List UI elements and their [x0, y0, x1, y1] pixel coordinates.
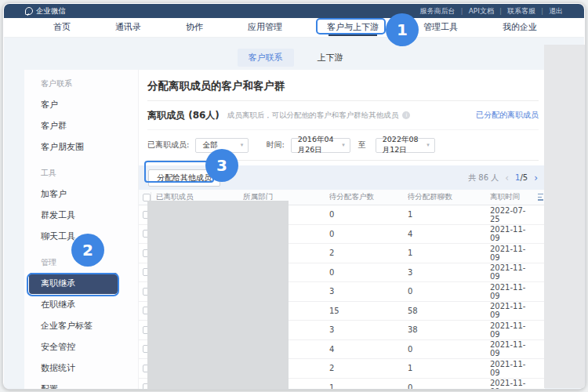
topbar-link-0[interactable]: 服务商后台	[420, 6, 456, 16]
assigned-members-link[interactable]: 已分配的离职成员	[476, 110, 539, 121]
pagination: 共 86 人 ‹ 1/5 ›	[468, 172, 538, 183]
cell-groupchats: 38	[408, 325, 490, 334]
scope-tabs: 客户联系上下游	[4, 38, 584, 67]
topbar-link-2[interactable]: 联系客服	[507, 6, 535, 16]
cell-groupchats: 58	[408, 307, 490, 315]
info-icon: i	[402, 111, 410, 119]
cell-groupchats: 0	[408, 383, 490, 389]
col-header-leavedate[interactable]: 离职时间	[490, 192, 533, 202]
cell-groupchats: 0	[408, 287, 490, 296]
sidebar-item-0-1[interactable]: 客户群	[24, 115, 138, 136]
cell-leavedate: 2021-11-09	[490, 225, 533, 242]
cell-groupchats: 1	[408, 249, 490, 257]
redaction-block-names	[147, 201, 289, 390]
date-range-to-label: 至	[358, 140, 366, 151]
cell-customers: 15	[329, 307, 408, 315]
sidebar-item-1-0[interactable]: 加客户	[24, 183, 138, 205]
step-badge-3: 3	[205, 149, 238, 182]
cell-customers: 2	[329, 364, 408, 372]
sidebar-item-2-1[interactable]: 在职继承	[24, 294, 138, 315]
col-header-groupchats[interactable]: 待分配群聊数	[408, 192, 490, 202]
cell-groupchats: 4	[408, 230, 490, 238]
date-to-select[interactable]: 2022年08月12日 ▾	[376, 138, 435, 153]
nav-item-2[interactable]: 协作	[186, 18, 203, 37]
cell-groupchats: 3	[408, 268, 490, 277]
cell-leavedate: 2021-11-09	[490, 263, 533, 281]
annotation-box-assign-button	[144, 161, 214, 183]
cell-customers: 2	[329, 249, 408, 257]
date-from-value: 2016年04月26日	[298, 135, 337, 155]
page-total: /5	[520, 173, 528, 182]
step-badge-1: 1	[386, 13, 419, 46]
cell-groupchats: 1	[408, 364, 490, 372]
sidebar-item-1-1[interactable]: 群发工具	[24, 205, 138, 226]
sidebar-item-0-0[interactable]: 客户	[24, 94, 138, 115]
nav-item-5[interactable]: 管理工具	[423, 18, 458, 37]
browser-card: 企业微信 服务商后台|API文档|联系客服|退出 首页通讯录协作应用管理客户与上…	[2, 2, 586, 390]
tab-1[interactable]: 上下游	[310, 49, 351, 67]
cell-customers: 3	[329, 287, 408, 296]
sidebar-item-2-4[interactable]: 数据统计	[24, 358, 138, 379]
tab-0[interactable]: 客户联系	[238, 49, 294, 67]
next-page-arrow[interactable]: ›	[534, 172, 538, 183]
topbar-links: 服务商后台|API文档|联系客服|退出	[420, 6, 563, 16]
cell-leavedate: 2021-11-09	[490, 340, 533, 358]
member-filter-value: 全部	[202, 140, 217, 151]
topbar-link-separator: |	[541, 7, 543, 15]
sidebar-item-0-2[interactable]: 客户朋友圈	[24, 136, 138, 158]
sidebar-item-2-2[interactable]: 企业客户标签	[24, 315, 138, 336]
cell-leavedate: 2021-11-09	[490, 283, 533, 300]
page-indicator: 1/5	[515, 173, 528, 182]
sidebar-item-2-5[interactable]: 配置	[24, 379, 138, 389]
cell-groupchats: 1	[408, 210, 490, 219]
topbar-link-separator: |	[499, 7, 502, 15]
cell-leavedate: 2021-11-09	[490, 360, 533, 377]
sidebar: 客户联系客户客户群客户朋友圈工具加客户群发工具聊天工具管理离职继承在职继承企业客…	[24, 70, 139, 389]
section-heading: 离职成员 (86人)	[147, 109, 220, 122]
cell-leavedate: 2022-07-25	[490, 206, 533, 223]
cell-leavedate: 2021-11-09	[490, 379, 533, 389]
redaction-block-right-edge	[544, 45, 585, 388]
total-count: 共 86 人	[468, 172, 499, 183]
cell-groupchats: 0	[408, 345, 490, 354]
section-header-row: 离职成员 (86人) 成员离职后，可以分配他的客户和客户群给其他成员 i 已分配…	[147, 101, 539, 130]
nav-item-0[interactable]: 首页	[53, 18, 71, 37]
sidebar-item-2-3[interactable]: 安全管控	[24, 336, 138, 358]
nav-item-6[interactable]: 我的企业	[503, 18, 537, 37]
primary-nav: 首页通讯录协作应用管理客户与上下游管理工具我的企业	[4, 18, 584, 38]
step-badge-2: 2	[71, 234, 104, 267]
page-body: 客户联系上下游 客户联系客户客户群客户朋友圈工具加客户群发工具聊天工具管理离职继…	[4, 38, 584, 389]
cell-customers: 4	[329, 345, 408, 354]
cell-leavedate: 2021-11-09	[490, 321, 533, 339]
sidebar-group-header-0: 客户联系	[24, 73, 138, 94]
section-description: 成员离职后，可以分配他的客户和客户群给其他成员	[227, 111, 399, 121]
cell-leavedate: 2021-11-09	[490, 302, 533, 319]
caret-down-icon: ▾	[422, 142, 430, 148]
cell-customers: 0	[329, 268, 408, 277]
cell-customers: 0	[329, 210, 408, 219]
topbar-link-3[interactable]: 退出	[549, 6, 563, 16]
member-filter-label: 已离职成员:	[147, 140, 189, 151]
col-header-customers[interactable]: 待分配客户数	[329, 192, 408, 202]
screenshot-root: 企业微信 服务商后台|API文档|联系客服|退出 首页通讯录协作应用管理客户与上…	[0, 0, 588, 392]
annotation-box-sidebar-item	[27, 273, 119, 296]
date-to-value: 2022年08月12日	[383, 135, 422, 155]
cell-customers: 1	[329, 383, 408, 389]
select-all-checkbox[interactable]	[143, 194, 151, 201]
topbar-link-1[interactable]: API文档	[469, 6, 494, 16]
caret-down-icon: ▾	[236, 142, 244, 148]
nav-item-3[interactable]: 应用管理	[248, 18, 282, 37]
caret-down-icon: ▾	[337, 142, 345, 148]
date-from-select[interactable]: 2016年04月26日 ▾	[291, 138, 350, 153]
sidebar-group-header-1: 工具	[24, 162, 138, 183]
chat-bubble-icon	[25, 7, 33, 15]
prev-page-arrow[interactable]: ‹	[505, 172, 509, 183]
topbar-link-separator: |	[461, 7, 463, 15]
cell-customers: 0	[329, 230, 408, 238]
page-title: 分配离职成员的客户和客户群	[147, 70, 539, 101]
cell-customers: 3	[329, 325, 408, 334]
app-logo-text: 企业微信	[36, 6, 66, 16]
time-filter-label: 时间:	[266, 140, 284, 151]
nav-item-1[interactable]: 通讯录	[115, 18, 141, 37]
cell-leavedate: 2021-11-09	[490, 245, 533, 262]
